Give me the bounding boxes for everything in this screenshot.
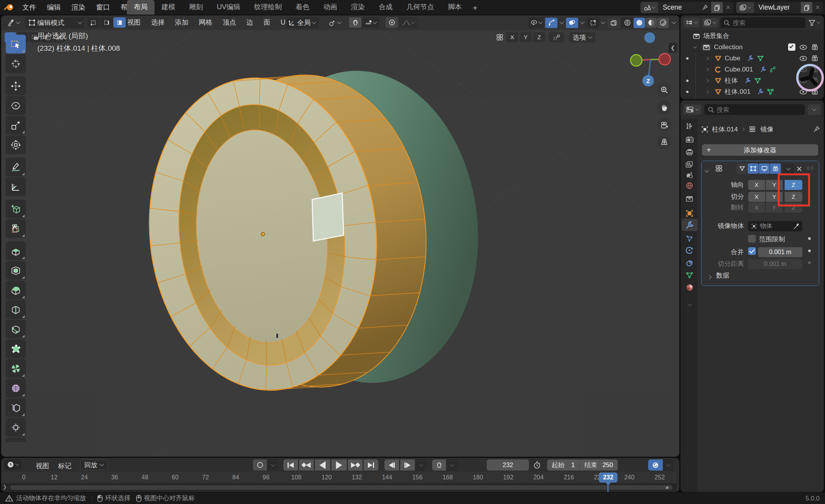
viewport-menu-item[interactable]: 面 xyxy=(263,16,271,28)
properties-options-button[interactable] xyxy=(808,104,821,115)
tool-select-box[interactable] xyxy=(6,35,26,53)
orthographic-toggle-button[interactable] xyxy=(657,135,671,149)
viewlayer-name[interactable]: ViewLayer xyxy=(754,3,801,12)
tab-render[interactable] xyxy=(682,133,697,146)
tool-add-primitive[interactable] xyxy=(6,200,26,218)
disable-render-icon[interactable] xyxy=(811,55,818,62)
tool-knife-project[interactable] xyxy=(6,219,26,238)
tool-move[interactable] xyxy=(6,77,26,95)
outliner-filter-button[interactable] xyxy=(808,18,821,28)
tab-world[interactable] xyxy=(682,180,697,192)
animate-dot[interactable] xyxy=(808,237,811,240)
previous-keyframe-button[interactable] xyxy=(299,459,314,471)
material-shading-button[interactable] xyxy=(645,18,657,28)
tool-annotate[interactable] xyxy=(6,158,26,176)
solid-shading-button[interactable] xyxy=(634,18,645,28)
pivot-point-button[interactable] xyxy=(326,17,344,28)
outliner-search-input[interactable] xyxy=(720,17,805,28)
tool-smooth[interactable] xyxy=(6,379,26,398)
playhead-badge[interactable]: 232 xyxy=(599,472,617,482)
tool-extrude[interactable] xyxy=(6,241,26,260)
expand-icon[interactable] xyxy=(705,90,709,94)
workspace-tab[interactable]: 脚本 xyxy=(441,0,469,15)
topbar-menu-item[interactable]: 文件 xyxy=(17,1,42,13)
tool-inset-faces[interactable] xyxy=(6,261,26,280)
modifier-delete-button[interactable]: ✕ xyxy=(796,165,802,173)
merge-value-field[interactable]: 0.001 m xyxy=(758,247,802,257)
mesh-cylinder[interactable] xyxy=(134,59,493,401)
outliner-row-scene-collection[interactable]: 场景集合 xyxy=(680,30,824,42)
tool-shrink-fatten[interactable] xyxy=(6,418,26,437)
camera-view-button[interactable] xyxy=(657,118,671,132)
xray-toggle-button[interactable] xyxy=(587,18,599,28)
viewport-menu-item[interactable]: 网格 xyxy=(198,16,213,28)
tabs-overflow-chevron[interactable] xyxy=(682,299,697,311)
expand-icon[interactable] xyxy=(705,79,709,83)
tool-loop-cut[interactable] xyxy=(6,300,26,319)
tool-cursor[interactable] xyxy=(6,54,26,73)
gizmo-x-ball[interactable] xyxy=(630,55,642,66)
pin-icon[interactable] xyxy=(702,4,708,11)
merge-checkbox[interactable] xyxy=(748,247,756,255)
workspace-tab[interactable]: 纹理绘制 xyxy=(247,0,289,15)
snap-target-button[interactable] xyxy=(362,17,379,28)
topbar-menu-item[interactable]: 编辑 xyxy=(42,1,66,13)
wireframe-shading-button[interactable] xyxy=(622,18,633,28)
playback-sync-button[interactable] xyxy=(648,459,663,471)
viewport-menu-item[interactable]: 添加 xyxy=(174,16,189,28)
next-keyframe-button[interactable] xyxy=(348,459,363,471)
proportional-editing-button[interactable] xyxy=(386,17,398,28)
show-overlays-button[interactable] xyxy=(566,18,578,28)
timeline-menu-view[interactable]: 视图 xyxy=(35,460,50,472)
falloff-button[interactable] xyxy=(549,32,564,42)
blender-logo-icon[interactable] xyxy=(4,3,14,12)
gizmo-axis-ball[interactable] xyxy=(644,32,655,43)
current-frame-field[interactable]: 232 xyxy=(487,459,529,471)
hide-viewport-icon[interactable] xyxy=(799,55,807,62)
tab-constraints[interactable] xyxy=(682,257,697,269)
pin-icon[interactable] xyxy=(813,126,820,133)
edge-select-button[interactable] xyxy=(100,17,113,28)
tool-bevel[interactable] xyxy=(6,281,26,299)
expand-icon[interactable] xyxy=(705,68,709,72)
mirror-x-button[interactable]: X xyxy=(506,32,518,42)
face-select-button[interactable] xyxy=(113,17,126,28)
workspace-tab[interactable]: 渲染 xyxy=(344,0,372,15)
new-scene-button[interactable] xyxy=(711,2,723,13)
show-realtime-toggle[interactable] xyxy=(759,163,770,174)
outliner-row-collection[interactable]: Collection xyxy=(680,42,824,53)
expand-channels-arrow[interactable]: ❯ xyxy=(3,484,7,490)
auto-keying-button[interactable] xyxy=(253,459,267,471)
properties-search-input[interactable] xyxy=(704,104,805,115)
play-button[interactable] xyxy=(331,459,347,471)
active-face[interactable] xyxy=(312,193,344,241)
timeline-editor-type-button[interactable] xyxy=(4,459,22,470)
remove-viewlayer-button[interactable]: ✕ xyxy=(812,4,823,11)
start-frame-field[interactable]: 起始 1 xyxy=(547,459,580,471)
vertex-select-button[interactable] xyxy=(87,17,100,28)
stopwatch-icon[interactable] xyxy=(533,461,541,469)
tool-transform[interactable] xyxy=(6,135,26,154)
editor-type-button[interactable] xyxy=(4,17,22,28)
timeline-menu-marker[interactable]: 标记 xyxy=(57,460,72,472)
mirror-object-field[interactable]: 物体 xyxy=(748,221,802,231)
tool-measure[interactable] xyxy=(6,177,26,196)
checkbox-icon[interactable] xyxy=(788,43,795,51)
outliner-display-mode[interactable] xyxy=(684,18,700,27)
data-section-chevron[interactable] xyxy=(708,273,711,280)
axis-x-button[interactable]: X xyxy=(748,180,765,190)
eyedropper-icon[interactable] xyxy=(793,223,799,230)
workspace-tab[interactable]: 动画 xyxy=(316,0,344,15)
outliner-row-cube[interactable]: Cube xyxy=(680,53,824,64)
unlink-scene-button[interactable]: ✕ xyxy=(723,4,734,11)
pan-button[interactable] xyxy=(657,100,671,115)
timeline-ruler[interactable]: 0122436486072849610812013214415616818019… xyxy=(1,472,677,483)
auto-keying-options-button[interactable] xyxy=(268,459,278,471)
tab-material[interactable] xyxy=(682,281,697,294)
viewlayer-browse-button[interactable] xyxy=(736,2,754,13)
sync-options-button[interactable] xyxy=(664,459,674,471)
end-frame-field[interactable]: 结束 250 xyxy=(580,459,618,471)
timeline-scrollbar[interactable] xyxy=(10,485,672,490)
gizmo-y-ball[interactable] xyxy=(659,53,670,65)
flip-x-button[interactable]: X xyxy=(748,203,765,213)
